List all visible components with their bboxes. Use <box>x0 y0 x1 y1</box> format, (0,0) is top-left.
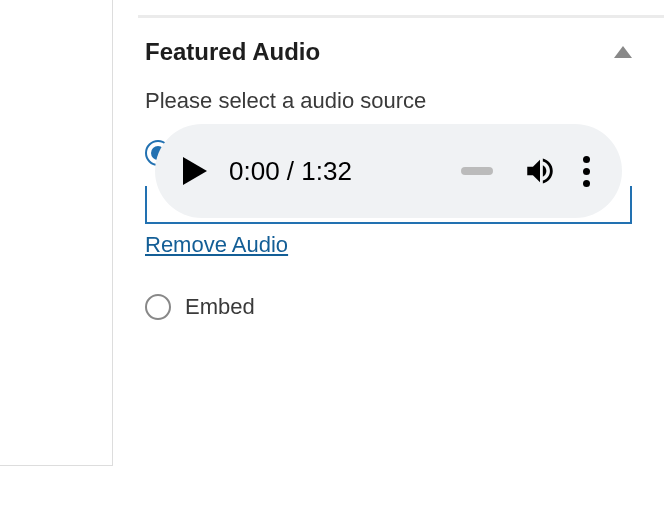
radio-option-embed[interactable]: Embed <box>145 294 632 320</box>
featured-audio-panel: Featured Audio Please select a audio sou… <box>113 0 664 532</box>
play-icon[interactable] <box>183 157 207 185</box>
collapse-toggle-icon[interactable] <box>614 46 632 58</box>
panel-body: Please select a audio source Self 0:00 /… <box>113 88 664 320</box>
radio-icon <box>145 294 171 320</box>
panel-title: Featured Audio <box>145 38 320 66</box>
audio-player[interactable]: 0:00 / 1:32 <box>155 124 622 218</box>
sidebar-edge <box>0 0 113 466</box>
more-menu-icon[interactable] <box>579 152 594 191</box>
panel-header[interactable]: Featured Audio <box>113 18 664 88</box>
radio-label-embed: Embed <box>185 294 255 320</box>
audio-field-wrap: 0:00 / 1:32 <box>145 186 632 224</box>
duration: 1:32 <box>301 156 352 186</box>
current-time: 0:00 <box>229 156 280 186</box>
time-display: 0:00 / 1:32 <box>229 156 352 187</box>
progress-bar[interactable] <box>461 167 493 175</box>
remove-audio-link[interactable]: Remove Audio <box>145 232 288 258</box>
instruction-text: Please select a audio source <box>145 88 632 114</box>
volume-icon[interactable] <box>523 154 557 188</box>
